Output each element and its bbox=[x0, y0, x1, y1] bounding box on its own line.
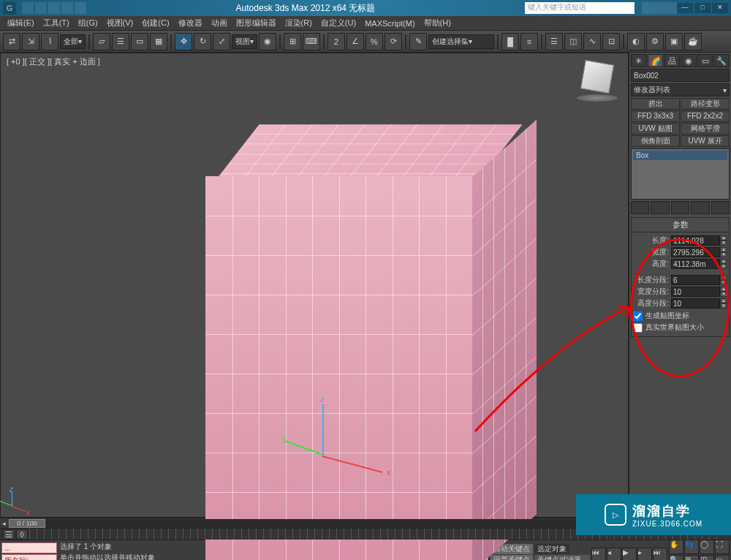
display-tab-icon[interactable]: ▭ bbox=[697, 54, 713, 67]
select-scale-icon[interactable]: ⤢ bbox=[213, 33, 230, 50]
minimize-button[interactable]: — bbox=[677, 3, 693, 13]
schematic-view-icon[interactable]: ⊡ bbox=[602, 33, 620, 50]
selection-filter-combo[interactable]: 全部 ▾ bbox=[60, 34, 86, 49]
render-frame-icon[interactable]: ▣ bbox=[665, 33, 683, 50]
spin-down-icon[interactable]: ▼ bbox=[720, 241, 727, 246]
mod-pathdeform[interactable]: 路径变形 bbox=[681, 98, 730, 110]
modifier-list-dropdown[interactable]: 修改器列表▾ bbox=[631, 83, 730, 97]
snap-2d-icon[interactable]: 2 bbox=[327, 33, 345, 50]
menu-modifiers[interactable]: 修改器 bbox=[174, 18, 207, 29]
prev-frame-icon[interactable]: ◂ bbox=[607, 548, 621, 561]
create-tab-icon[interactable]: ✳ bbox=[631, 54, 647, 67]
nav-fov-icon[interactable]: ◫ bbox=[700, 555, 714, 560]
app-logo-icon[interactable]: G bbox=[3, 1, 16, 15]
select-move-icon[interactable]: ✥ bbox=[175, 33, 192, 50]
rollout-header[interactable]: 参数 bbox=[632, 218, 729, 232]
menu-rendering[interactable]: 渲染(R) bbox=[281, 18, 317, 29]
remove-modifier-icon[interactable] bbox=[691, 201, 709, 214]
nav-orbit-icon[interactable]: ◯ bbox=[700, 540, 714, 554]
hierarchy-tab-icon[interactable]: 品 bbox=[664, 54, 680, 67]
curve-editor-icon[interactable]: ∿ bbox=[583, 33, 601, 50]
time-slider-thumb[interactable]: 0 / 100 bbox=[9, 519, 45, 528]
make-unique-icon[interactable] bbox=[671, 201, 689, 214]
maximize-button[interactable]: □ bbox=[694, 3, 711, 13]
gen-mapping-checkbox[interactable] bbox=[633, 311, 643, 321]
keyboard-shortcut-icon[interactable]: ⌨ bbox=[303, 33, 320, 50]
snap-percent-icon[interactable]: % bbox=[366, 33, 383, 50]
lsegs-input[interactable] bbox=[671, 275, 720, 285]
qat-save-icon[interactable] bbox=[48, 2, 60, 14]
width-input[interactable] bbox=[671, 247, 720, 257]
gizmo-z-axis[interactable] bbox=[322, 404, 324, 455]
pin-stack-icon[interactable] bbox=[631, 201, 649, 214]
menu-maxscript[interactable]: MAXScript(M) bbox=[360, 19, 419, 28]
ref-coord-combo[interactable]: 视图 ▾ bbox=[232, 34, 257, 49]
keyfilter-button[interactable]: 关键点过滤器... bbox=[534, 555, 590, 560]
align-icon[interactable]: ≡ bbox=[520, 33, 538, 50]
height-input[interactable] bbox=[671, 259, 720, 269]
bind-space-warp-icon[interactable]: ⌇ bbox=[41, 33, 58, 50]
link-icon[interactable]: ⇄ bbox=[3, 33, 20, 50]
material-editor-icon[interactable]: ◐ bbox=[627, 33, 645, 50]
menu-edit[interactable]: 编辑(E) bbox=[3, 18, 39, 29]
viewcube-cube-icon[interactable] bbox=[580, 60, 614, 94]
select-by-name-icon[interactable]: ☰ bbox=[112, 33, 129, 50]
mod-ffd222[interactable]: FFD 2x2x2 bbox=[681, 110, 730, 122]
select-manipulate-icon[interactable]: ⊞ bbox=[284, 33, 301, 50]
stack-item-box[interactable]: Box bbox=[633, 151, 727, 160]
utilities-tab-icon[interactable]: 🔧 bbox=[713, 54, 730, 67]
close-button[interactable]: ✕ bbox=[712, 3, 728, 13]
next-frame-icon[interactable]: ▸ bbox=[637, 548, 652, 561]
help-search-input[interactable]: 键入关键字或短语 bbox=[525, 2, 635, 14]
qat-new-icon[interactable] bbox=[22, 2, 34, 14]
named-sel-combo[interactable]: 创建选择集 ▾ bbox=[428, 34, 494, 49]
mod-uvwmap[interactable]: UVW 贴图 bbox=[631, 123, 680, 135]
nav-zoomall-icon[interactable]: ⊞ bbox=[684, 555, 699, 560]
window-crossing-icon[interactable]: ▦ bbox=[150, 33, 167, 50]
star-icon[interactable] bbox=[654, 2, 665, 14]
configure-sets-icon[interactable] bbox=[711, 201, 730, 214]
mod-unwrap[interactable]: UVW 展开 bbox=[681, 135, 730, 147]
menu-customize[interactable]: 自定义(U) bbox=[317, 18, 360, 29]
select-object-icon[interactable]: ▱ bbox=[93, 33, 110, 50]
menu-views[interactable]: 视图(V) bbox=[102, 18, 138, 29]
render-setup-icon[interactable]: ⚙ bbox=[646, 33, 664, 50]
select-region-icon[interactable]: ▭ bbox=[131, 33, 148, 50]
menu-group[interactable]: 组(G) bbox=[74, 18, 102, 29]
show-end-result-icon[interactable] bbox=[651, 201, 669, 214]
mod-ffd333[interactable]: FFD 3x3x3 bbox=[631, 110, 680, 122]
unlink-icon[interactable]: ⇲ bbox=[22, 33, 39, 50]
select-rotate-icon[interactable]: ↻ bbox=[194, 33, 211, 50]
mod-extrude[interactable]: 挤出 bbox=[631, 98, 680, 110]
viewcube[interactable] bbox=[575, 59, 619, 103]
layer-manager-icon[interactable]: ☰ bbox=[545, 33, 563, 50]
trackbar-toggle-icon[interactable]: ☰ bbox=[3, 529, 15, 540]
wsegs-input[interactable] bbox=[671, 287, 720, 297]
render-icon[interactable]: ☕ bbox=[684, 33, 702, 50]
goto-start-icon[interactable]: ⏮ bbox=[591, 548, 606, 561]
qat-undo-icon[interactable] bbox=[61, 2, 73, 14]
menu-tools[interactable]: 工具(T) bbox=[39, 18, 74, 29]
time-slider-left-icon[interactable]: ◂ bbox=[0, 520, 7, 527]
play-icon[interactable]: ▶ bbox=[622, 548, 637, 561]
real-world-checkbox[interactable] bbox=[633, 323, 643, 333]
spinner-snap-icon[interactable]: ⟳ bbox=[385, 33, 402, 50]
nav-pan-icon[interactable]: ✋ bbox=[669, 540, 683, 554]
setkey-button[interactable]: 设置关键点 bbox=[491, 555, 533, 560]
nav-walk-icon[interactable]: 👣 bbox=[684, 540, 699, 554]
object-name-input[interactable] bbox=[631, 69, 730, 82]
trackbar-keys-icon[interactable]: ◊ bbox=[16, 529, 28, 540]
length-input[interactable] bbox=[671, 235, 720, 246]
goto-end-icon[interactable]: ⏭ bbox=[653, 548, 667, 561]
viewcube-base-icon[interactable] bbox=[577, 94, 618, 102]
modify-tab-icon[interactable]: 🌈 bbox=[648, 54, 664, 67]
motion-tab-icon[interactable]: ◉ bbox=[681, 54, 697, 67]
hsegs-input[interactable] bbox=[671, 298, 720, 309]
nav-zoom-icon[interactable]: 🔍 bbox=[669, 555, 683, 560]
viewport[interactable]: [ +0 ][ 正交 ][ 真实 + 边面 ] bbox=[0, 53, 629, 518]
mirror-icon[interactable]: ▐▌ bbox=[501, 33, 519, 50]
pivot-center-icon[interactable]: ◉ bbox=[259, 33, 276, 50]
snap-angle-icon[interactable]: ∠ bbox=[346, 33, 364, 50]
menu-help[interactable]: 帮助(H) bbox=[420, 18, 455, 29]
maxscript-listener[interactable]: ... 所在行: bbox=[0, 540, 58, 560]
